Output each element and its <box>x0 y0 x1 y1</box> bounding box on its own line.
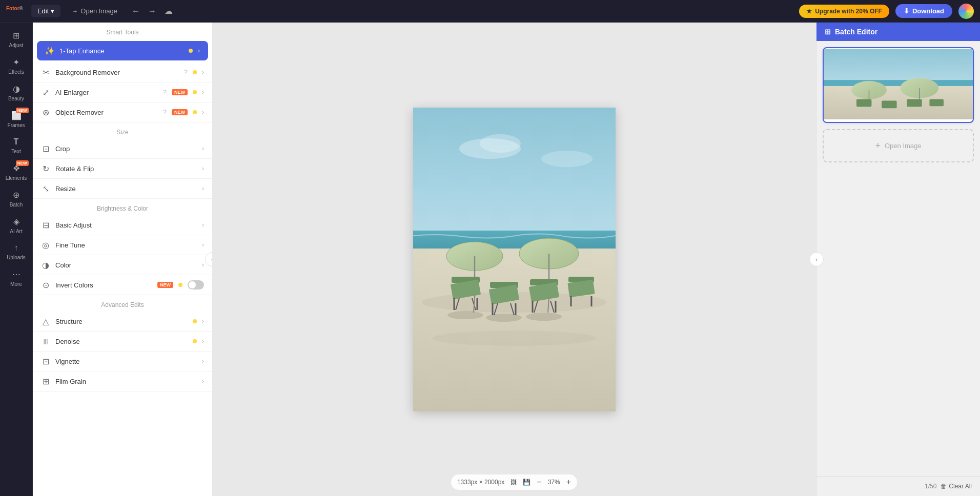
object-remover-dot <box>193 110 197 114</box>
sidebar-item-more[interactable]: ⋯ More <box>2 265 31 291</box>
uploads-label: Uploads <box>7 255 26 260</box>
tool-one-tap-enhance[interactable]: ✨ 1-Tap Enhance › <box>37 41 208 60</box>
sidebar-item-effects[interactable]: ✦ Effects <box>2 53 31 79</box>
svg-point-35 <box>486 314 522 322</box>
right-panel-collapse-button[interactable]: › <box>809 252 824 266</box>
rotate-chevron: › <box>202 165 204 172</box>
redo-button[interactable]: → <box>145 5 159 18</box>
zoom-out-button[interactable]: − <box>537 478 541 487</box>
ai-art-icon: ◈ <box>13 217 19 226</box>
svg-rect-41 <box>824 86 973 119</box>
brightness-color-label: Brightness & Color <box>33 199 212 215</box>
svg-rect-0 <box>413 108 616 246</box>
ai-enlarger-chevron: › <box>202 89 204 96</box>
svg-rect-48 <box>907 99 922 107</box>
film-grain-icon: ⊞ <box>41 377 50 386</box>
upgrade-button[interactable]: ★ Upgrade with 20% OFF <box>799 5 889 18</box>
tool-denoise[interactable]: ||| Denoise › <box>33 332 212 352</box>
denoise-label: Denoise <box>55 338 188 345</box>
more-icon: ⋯ <box>12 270 21 279</box>
avatar[interactable] <box>958 4 974 19</box>
tool-object-remover[interactable]: ⊛ Object Remover ? NEW › <box>33 102 212 122</box>
color-chevron: › <box>202 261 204 268</box>
sidebar-item-ai-art[interactable]: ◈ AI Art <box>2 213 31 238</box>
main-content: ⊞ Adjust ✦ Effects ◑ Beauty NEW ⬜ Frames… <box>0 23 980 496</box>
sidebar-item-adjust[interactable]: ⊞ Adjust <box>2 27 31 52</box>
canvas-area: 1333px × 2000px 🖼 💾 − 37% + <box>212 23 816 496</box>
bg-remover-help: ? <box>184 69 188 76</box>
sidebar-item-uploads[interactable]: ↑ Uploads <box>2 239 31 264</box>
tool-rotate-flip[interactable]: ↻ Rotate & Flip › <box>33 159 212 179</box>
svg-rect-47 <box>882 100 896 108</box>
open-image-button[interactable]: ＋ Open Image <box>67 4 122 18</box>
invert-dot <box>178 283 182 287</box>
smart-tools-label: Smart Tools <box>33 23 212 39</box>
download-icon: ⬇ <box>904 7 909 15</box>
edit-button[interactable]: Edit ▾ <box>31 5 60 17</box>
download-button[interactable]: ⬇ Download <box>895 4 952 18</box>
fine-tune-icon: ◎ <box>41 240 50 250</box>
vignette-label: Vignette <box>55 358 197 365</box>
uploads-icon: ↑ <box>14 243 18 253</box>
batch-editor-header: ⊞ Batch Editor <box>816 23 980 41</box>
cloud-button[interactable]: ☁ <box>161 4 176 18</box>
batch-icon: ⊕ <box>13 190 19 200</box>
sidebar-item-elements[interactable]: NEW ❖ Elements <box>2 159 31 185</box>
color-icon: ◑ <box>41 260 50 270</box>
resize-label: Resize <box>55 185 197 193</box>
tools-panel: Smart Tools ✨ 1-Tap Enhance › ✂ Backgrou… <box>33 23 212 496</box>
app-name: Fotor <box>6 6 19 11</box>
invert-icon: ⊙ <box>41 280 50 290</box>
app-logo-sup: ® <box>19 6 23 11</box>
icon-sidebar: ⊞ Adjust ✦ Effects ◑ Beauty NEW ⬜ Frames… <box>0 23 33 496</box>
bg-remover-icon: ✂ <box>41 68 50 77</box>
basic-adjust-label: Basic Adjust <box>55 221 197 229</box>
bg-remover-dot <box>193 70 197 74</box>
effects-label: Effects <box>8 69 24 75</box>
tool-color[interactable]: ◑ Color › <box>33 255 212 275</box>
structure-icon: △ <box>41 317 50 326</box>
sidebar-item-batch[interactable]: ⊕ Batch <box>2 186 31 212</box>
open-image-panel[interactable]: + Open Image <box>823 129 974 162</box>
open-image-panel-label: Open Image <box>885 142 922 150</box>
tool-structure[interactable]: △ Structure › <box>33 312 212 332</box>
clear-all-button[interactable]: 🗑 Clear All <box>941 483 972 490</box>
tool-background-remover[interactable]: ✂ Background Remover ? › <box>33 63 212 82</box>
right-panel-body: + Open Image <box>816 41 980 476</box>
batch-editor-icon: ⊞ <box>825 28 831 36</box>
tool-ai-enlarger[interactable]: ⤢ AI Enlarger ? NEW › <box>33 82 212 102</box>
resize-chevron: › <box>202 185 204 192</box>
chevron-down-icon: ▾ <box>51 7 54 15</box>
object-remover-chevron: › <box>202 109 204 116</box>
tool-film-grain[interactable]: ⊞ Film Grain › <box>33 371 212 391</box>
sidebar-item-text[interactable]: T Text <box>2 133 31 158</box>
tool-resize[interactable]: ⤡ Resize › <box>33 179 212 199</box>
page-count: 1/50 <box>925 483 936 490</box>
frames-new-badge: NEW <box>16 108 29 113</box>
elements-label: Elements <box>6 175 27 181</box>
zoom-level: 37% <box>548 479 560 486</box>
denoise-dot <box>193 339 197 343</box>
tool-fine-tune[interactable]: ◎ Fine Tune › <box>33 235 212 255</box>
svg-rect-49 <box>929 99 944 106</box>
image-thumbnail-card[interactable] <box>823 47 974 123</box>
adjust-label: Adjust <box>9 43 24 48</box>
tool-basic-adjust[interactable]: ⊟ Basic Adjust › <box>33 215 212 235</box>
undo-button[interactable]: ← <box>129 5 143 18</box>
rotate-label: Rotate & Flip <box>55 165 197 173</box>
tool-crop[interactable]: ⊡ Crop › <box>33 139 212 159</box>
denoise-icon: ||| <box>41 337 50 346</box>
tool-invert-colors[interactable]: ⊙ Invert Colors NEW <box>33 275 212 295</box>
bottom-bar-right: 1/50 🗑 Clear All <box>816 476 980 496</box>
invert-toggle[interactable] <box>188 280 204 290</box>
sidebar-item-beauty[interactable]: ◑ Beauty <box>2 80 31 106</box>
vignette-icon: ⊡ <box>41 357 50 366</box>
edit-label: Edit <box>37 7 49 15</box>
batch-label: Batch <box>10 202 23 208</box>
object-remover-icon: ⊛ <box>41 108 50 117</box>
tool-vignette[interactable]: ⊡ Vignette › <box>33 352 212 371</box>
invert-label: Invert Colors <box>55 281 152 289</box>
zoom-in-button[interactable]: + <box>566 478 571 487</box>
open-image-label: Open Image <box>80 7 117 15</box>
sidebar-item-frames[interactable]: NEW ⬜ Frames <box>2 107 31 132</box>
